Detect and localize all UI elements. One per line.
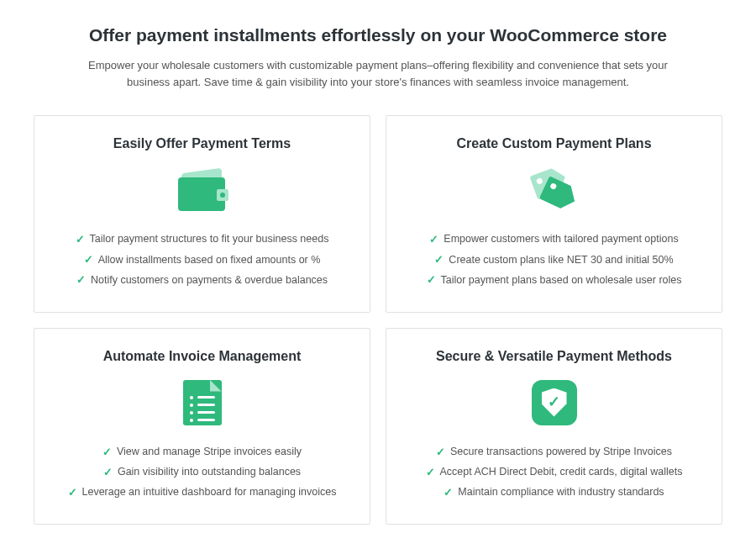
check-icon: ✓ xyxy=(436,445,445,460)
check-icon: ✓ xyxy=(429,232,438,247)
check-icon: ✓ xyxy=(76,272,86,288)
page-subtitle: Empower your wholesale customers with cu… xyxy=(76,57,680,90)
card-title: Easily Offer Payment Terms xyxy=(51,136,353,151)
wallet-icon xyxy=(51,165,353,215)
list-item: ✓Allow installments based on fixed amoun… xyxy=(51,252,353,267)
bullet-text: Tailor payment structures to fit your bu… xyxy=(90,232,329,247)
check-icon: ✓ xyxy=(444,485,453,500)
list-item: ✓Accept ACH Direct Debit, credit cards, … xyxy=(403,465,705,480)
list-item: ✓Tailor payment plans based on wholesale… xyxy=(403,272,705,288)
bullet-text: Empower customers with tailored payment … xyxy=(444,232,678,247)
bullet-text: View and manage Stripe invoices easily xyxy=(117,445,302,460)
feature-grid: Easily Offer Payment Terms ✓Tailor payme… xyxy=(34,115,722,525)
bullet-text: Maintain compliance with industry standa… xyxy=(458,485,664,500)
card-title: Secure & Versatile Payment Methods xyxy=(403,349,705,364)
feature-card-payment-methods: Secure & Versatile Payment Methods ✓ ✓Se… xyxy=(386,328,722,525)
bullet-list: ✓Empower customers with tailored payment… xyxy=(403,232,705,288)
feature-card-custom-plans: Create Custom Payment Plans ✓Empower cus… xyxy=(386,115,722,313)
check-icon: ✓ xyxy=(102,445,112,460)
bullet-list: ✓Tailor payment structures to fit your b… xyxy=(51,232,353,288)
document-list-icon xyxy=(51,377,353,428)
page-title: Offer payment installments effortlessly … xyxy=(34,25,722,45)
feature-card-payment-terms: Easily Offer Payment Terms ✓Tailor payme… xyxy=(34,115,370,313)
list-item: ✓Create custom plans like NET 30 and ini… xyxy=(403,252,705,267)
check-icon: ✓ xyxy=(84,252,93,267)
list-item: ✓Notify customers on payments & overdue … xyxy=(51,272,353,288)
list-item: ✓Tailor payment structures to fit your b… xyxy=(51,232,353,247)
bullet-text: Notify customers on payments & overdue b… xyxy=(91,273,328,288)
check-icon: ✓ xyxy=(426,465,435,480)
list-item: ✓Gain visibility into outstanding balanc… xyxy=(51,465,353,480)
list-item: ✓Secure transactions powered by Stripe I… xyxy=(403,445,705,460)
bullet-text: Allow installments based on fixed amount… xyxy=(98,253,321,268)
card-title: Automate Invoice Management xyxy=(51,349,353,364)
page-container: Offer payment installments effortlessly … xyxy=(0,0,756,541)
list-item: ✓Leverage an intuitive dashboard for man… xyxy=(51,485,353,500)
card-title: Create Custom Payment Plans xyxy=(403,136,705,151)
bullet-text: Secure transactions powered by Stripe In… xyxy=(450,445,672,460)
tags-icon xyxy=(403,165,705,215)
check-icon: ✓ xyxy=(76,232,85,247)
check-icon: ✓ xyxy=(68,485,77,500)
bullet-text: Gain visibility into outstanding balance… xyxy=(118,465,301,480)
bullet-text: Leverage an intuitive dashboard for mana… xyxy=(82,485,337,500)
check-icon: ✓ xyxy=(434,252,444,267)
bullet-text: Accept ACH Direct Debit, credit cards, d… xyxy=(440,465,683,480)
list-item: ✓Empower customers with tailored payment… xyxy=(403,232,705,247)
shield-check-icon: ✓ xyxy=(403,377,705,428)
bullet-text: Tailor payment plans based on wholesale … xyxy=(441,273,682,288)
bullet-list: ✓View and manage Stripe invoices easily … xyxy=(51,445,353,501)
list-item: ✓Maintain compliance with industry stand… xyxy=(403,485,705,500)
list-item: ✓View and manage Stripe invoices easily xyxy=(51,445,353,460)
check-icon: ✓ xyxy=(103,465,113,480)
bullet-list: ✓Secure transactions powered by Stripe I… xyxy=(403,445,705,501)
bullet-text: Create custom plans like NET 30 and init… xyxy=(449,253,673,268)
feature-card-invoice-management: Automate Invoice Management ✓View and ma… xyxy=(34,328,370,525)
check-icon: ✓ xyxy=(427,272,436,288)
